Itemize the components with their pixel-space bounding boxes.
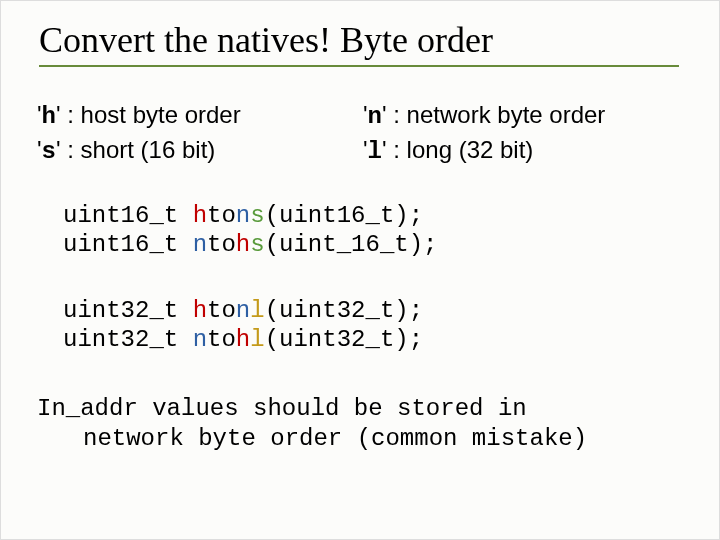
fn-args: (uint_16_t);	[265, 231, 438, 258]
fn-s: s	[250, 231, 264, 258]
text-l: : long (32 bit)	[387, 136, 534, 163]
def-row: 'h' : host byte order 'n' : network byte…	[37, 101, 691, 130]
key-l: l	[368, 138, 382, 165]
fn-l: l	[250, 297, 264, 324]
note: In_addr values should be stored in netwo…	[37, 394, 691, 454]
code-block-32: uint32_t htonl(uint32_t); uint32_t ntohl…	[63, 296, 691, 355]
fn-l: l	[250, 326, 264, 353]
code-line: uint32_t ntohl(uint32_t);	[63, 326, 423, 353]
key-h: h	[42, 103, 56, 130]
code-block-16: uint16_t htons(uint16_t); uint16_t ntohs…	[63, 201, 691, 260]
code-line: uint16_t htons(uint16_t);	[63, 202, 423, 229]
fn-n: n	[193, 326, 207, 353]
fn-args: (uint32_t);	[265, 326, 423, 353]
ret-type: uint16_t	[63, 231, 193, 258]
note-line-2: network byte order (common mistake)	[37, 424, 691, 454]
def-h: 'h' : host byte order	[37, 101, 363, 130]
fn-s: s	[250, 202, 264, 229]
fn-to: to	[207, 202, 236, 229]
text-h: : host byte order	[61, 101, 241, 128]
fn-to: to	[207, 326, 236, 353]
fn-h: h	[236, 326, 250, 353]
key-s: s	[42, 138, 56, 165]
definitions: 'h' : host byte order 'n' : network byte…	[37, 101, 691, 165]
fn-n: n	[193, 231, 207, 258]
fn-to: to	[207, 231, 236, 258]
slide: Convert the natives! Byte order 'h' : ho…	[0, 0, 720, 540]
fn-h: h	[193, 297, 207, 324]
text-s: : short (16 bit)	[61, 136, 216, 163]
fn-args: (uint16_t);	[265, 202, 423, 229]
code-line: uint32_t htonl(uint32_t);	[63, 297, 423, 324]
title-wrap: Convert the natives! Byte order	[39, 19, 691, 67]
def-n: 'n' : network byte order	[363, 101, 689, 130]
slide-title: Convert the natives! Byte order	[39, 19, 679, 67]
def-s: 's' : short (16 bit)	[37, 136, 363, 165]
ret-type: uint32_t	[63, 326, 193, 353]
fn-h: h	[236, 231, 250, 258]
ret-type: uint32_t	[63, 297, 193, 324]
ret-type: uint16_t	[63, 202, 193, 229]
fn-to: to	[207, 297, 236, 324]
fn-h: h	[193, 202, 207, 229]
fn-args: (uint32_t);	[265, 297, 423, 324]
def-l: 'l' : long (32 bit)	[363, 136, 689, 165]
text-n: : network byte order	[387, 101, 606, 128]
fn-n: n	[236, 202, 250, 229]
note-line-1: In_addr values should be stored in	[37, 395, 527, 422]
def-row: 's' : short (16 bit) 'l' : long (32 bit)	[37, 136, 691, 165]
code-line: uint16_t ntohs(uint_16_t);	[63, 231, 437, 258]
fn-n: n	[236, 297, 250, 324]
key-n: n	[368, 103, 382, 130]
